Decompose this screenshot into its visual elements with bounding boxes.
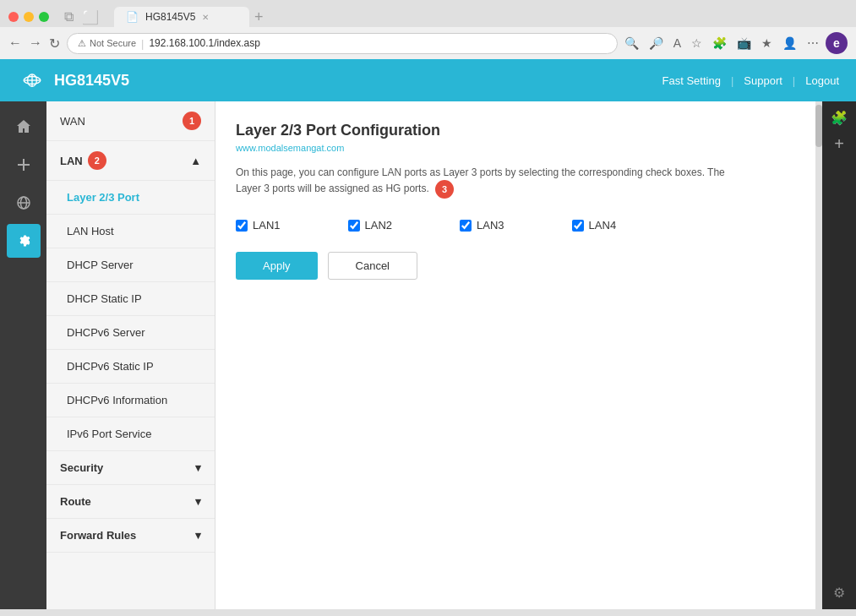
nav-section-route[interactable]: Route ▾ bbox=[46, 485, 215, 519]
lan1-checkbox[interactable] bbox=[236, 220, 248, 232]
left-navigation: WAN 1 LAN 2 ▲ Layer 2/3 Port LAN Host bbox=[46, 101, 215, 609]
nav-item-dhcpv6server[interactable]: DHCPv6 Server bbox=[46, 316, 215, 350]
browser-tabs: 📄 HG8145V5 ✕ + bbox=[114, 7, 264, 27]
page-title: Layer 2/3 Port Configuration bbox=[236, 122, 795, 139]
nav-section-forwardrules[interactable]: Forward Rules ▾ bbox=[46, 519, 215, 553]
search-icon[interactable]: 🔍 bbox=[624, 36, 639, 50]
tab-list-icon[interactable]: ⬜ bbox=[82, 9, 99, 25]
form-buttons: Apply Cancel bbox=[236, 252, 795, 280]
nav-item-wan[interactable]: WAN 1 bbox=[46, 101, 215, 141]
new-tab-button[interactable]: + bbox=[254, 8, 264, 26]
scrollbar-track[interactable] bbox=[815, 101, 822, 609]
back-button[interactable]: ← bbox=[8, 35, 22, 51]
apply-button[interactable]: Apply bbox=[236, 252, 318, 280]
address-url: 192.168.100.1/index.asp bbox=[149, 37, 259, 49]
nav-dhcpstaticip-label: DHCP Static IP bbox=[67, 292, 142, 305]
app-header: HG8145V5 Fast Setting | Support | Logout bbox=[0, 59, 856, 101]
address-bar[interactable]: ⚠ Not Secure | 192.168.100.1/index.asp bbox=[67, 33, 618, 54]
favorites-icon[interactable]: ★ bbox=[761, 36, 772, 50]
sidebar-icon-settings[interactable] bbox=[7, 224, 41, 258]
security-chevron-icon: ▾ bbox=[195, 461, 201, 474]
more-options-icon[interactable]: ⋯ bbox=[807, 36, 819, 50]
security-indicator: ⚠ Not Secure bbox=[78, 38, 136, 49]
lan3-label: LAN3 bbox=[477, 219, 504, 232]
right-sidebar-settings-icon[interactable]: ⚙ bbox=[833, 585, 845, 601]
cancel-button[interactable]: Cancel bbox=[328, 252, 417, 280]
lan-checkboxes-row: LAN1 LAN2 LAN3 LAN4 bbox=[236, 219, 795, 232]
huawei-logo-icon bbox=[17, 68, 47, 92]
svg-rect-5 bbox=[18, 164, 30, 166]
lan4-checkbox[interactable] bbox=[572, 220, 584, 232]
lan2-label: LAN2 bbox=[365, 219, 393, 232]
lan2-item: LAN2 bbox=[348, 219, 393, 232]
support-link[interactable]: Support bbox=[744, 74, 782, 87]
sidebar-icon-home[interactable] bbox=[7, 110, 41, 144]
browser-toolbar: ← → ↻ ⚠ Not Secure | 192.168.100.1/index… bbox=[0, 27, 856, 59]
sidebar-icon-globe[interactable] bbox=[7, 186, 41, 220]
lan2-checkbox[interactable] bbox=[348, 220, 360, 232]
reload-button[interactable]: ↻ bbox=[49, 35, 60, 52]
route-chevron-icon: ▾ bbox=[195, 495, 201, 508]
bookmark-icon[interactable]: ☆ bbox=[691, 36, 702, 50]
nav-dhcpv6server-label: DHCPv6 Server bbox=[67, 326, 144, 339]
forwardrules-chevron-icon: ▾ bbox=[195, 529, 201, 542]
app-logo: HG8145V5 bbox=[17, 68, 129, 92]
nav-item-lanhost[interactable]: LAN Host bbox=[46, 215, 215, 248]
active-tab[interactable]: 📄 HG8145V5 ✕ bbox=[114, 7, 249, 27]
nav-layer23port-label: Layer 2/3 Port bbox=[67, 191, 139, 204]
app-title: HG8145V5 bbox=[54, 72, 129, 90]
sidebar-icon-strip bbox=[0, 101, 46, 609]
nav-lan-label: LAN bbox=[60, 155, 83, 167]
scrollbar-thumb[interactable] bbox=[815, 105, 822, 147]
cast-icon[interactable]: 📺 bbox=[737, 36, 751, 50]
nav-item-ipv6portservice[interactable]: IPv6 Port Service bbox=[46, 417, 215, 451]
nav-dhcpv6info-label: DHCPv6 Information bbox=[67, 394, 167, 406]
new-window-icon[interactable]: ⧉ bbox=[64, 9, 74, 25]
nav-section-lan[interactable]: LAN 2 ▲ bbox=[46, 141, 215, 181]
nav-item-dhcpv6staticip[interactable]: DHCPv6 Static IP bbox=[46, 350, 215, 384]
profile-avatar[interactable]: 👤 bbox=[782, 36, 797, 50]
lan3-checkbox[interactable] bbox=[460, 220, 472, 232]
right-sidebar-add-icon[interactable]: + bbox=[834, 134, 844, 154]
nav-security-label: Security bbox=[60, 461, 103, 474]
browser-window-actions: ⧉ ⬜ bbox=[64, 9, 99, 25]
page-subtitle: www.modalsemangat.com bbox=[236, 143, 795, 153]
forward-button[interactable]: → bbox=[29, 35, 42, 51]
nav-route-label: Route bbox=[60, 495, 91, 508]
tab-close-button[interactable]: ✕ bbox=[202, 13, 209, 22]
nav-dhcpv6staticip-label: DHCPv6 Static IP bbox=[67, 360, 154, 373]
nav-item-dhcpv6info[interactable]: DHCPv6 Information bbox=[46, 384, 215, 417]
step-badge-2: 2 bbox=[88, 151, 106, 170]
tab-favicon: 📄 bbox=[126, 11, 139, 23]
lan1-item: LAN1 bbox=[236, 219, 281, 232]
traffic-light-red[interactable] bbox=[8, 12, 19, 22]
tab-title: HG8145V5 bbox=[145, 11, 195, 23]
nav-wan-label: WAN bbox=[60, 115, 85, 128]
not-secure-label: Not Secure bbox=[90, 38, 136, 48]
step-badge-1: 1 bbox=[183, 112, 201, 130]
zoom-icon[interactable]: 🔎 bbox=[649, 36, 663, 50]
app-body: WAN 1 LAN 2 ▲ Layer 2/3 Port LAN Host bbox=[0, 101, 856, 609]
traffic-lights bbox=[8, 12, 49, 22]
nav-ipv6portservice-label: IPv6 Port Service bbox=[67, 428, 151, 440]
right-sidebar-puzzle-icon[interactable]: 🧩 bbox=[831, 110, 848, 126]
lock-icon: ⚠ bbox=[78, 38, 86, 49]
nav-section-security[interactable]: Security ▾ bbox=[46, 451, 215, 485]
browser-toolbar-icons: 🔍 🔎 A ☆ 🧩 📺 ★ 👤 ⋯ bbox=[624, 36, 819, 50]
logout-link[interactable]: Logout bbox=[805, 74, 839, 87]
lan1-label: LAN1 bbox=[253, 219, 281, 232]
lan4-label: LAN4 bbox=[589, 219, 617, 232]
nav-item-layer23port[interactable]: Layer 2/3 Port bbox=[46, 181, 215, 215]
edge-icon[interactable]: e bbox=[826, 32, 848, 54]
traffic-light-yellow[interactable] bbox=[24, 12, 34, 22]
sidebar-icon-plus[interactable] bbox=[7, 148, 41, 182]
translate-icon[interactable]: A bbox=[673, 36, 681, 50]
nav-item-dhcpstaticip[interactable]: DHCP Static IP bbox=[46, 282, 215, 316]
extension-icon[interactable]: 🧩 bbox=[712, 36, 727, 50]
traffic-light-green[interactable] bbox=[39, 12, 49, 22]
browser-titlebar: ⧉ ⬜ 📄 HG8145V5 ✕ + bbox=[0, 0, 856, 27]
nav-lanhost-label: LAN Host bbox=[67, 225, 114, 237]
nav-item-dhcpserver[interactable]: DHCP Server bbox=[46, 248, 215, 282]
app-container: HG8145V5 Fast Setting | Support | Logout bbox=[0, 59, 856, 609]
fast-setting-link[interactable]: Fast Setting bbox=[662, 74, 721, 87]
